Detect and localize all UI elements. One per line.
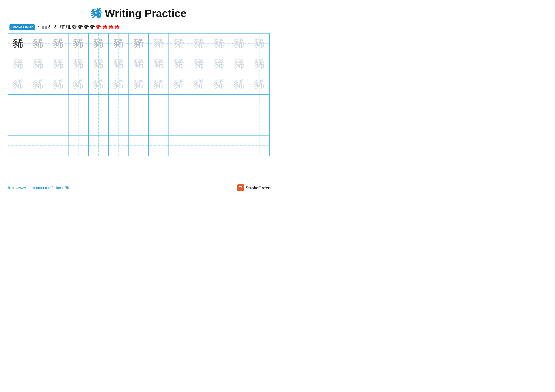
cell-char-1-6: 豨: [133, 58, 144, 69]
grid-cell-4-1[interactable]: [28, 115, 48, 135]
grid-cell-4-0[interactable]: [8, 115, 28, 135]
page-container: 豨 Writing Practice Stroke Order 丶 𠄌 𠄎 犭 …: [0, 0, 278, 196]
grid-cell-5-2[interactable]: [48, 135, 68, 156]
grid-cell-4-2[interactable]: [48, 115, 68, 135]
grid-cell-5-1[interactable]: [28, 135, 48, 156]
stroke-order-row: Stroke Order 丶 𠄌 𠄎 犭 犭 犻 犼 犽 猪 猪 猪 猪 豨 豨…: [8, 24, 270, 30]
grid-cell-1-9: 豨: [189, 54, 209, 74]
grid-cell-0-3: 豨: [68, 34, 89, 54]
grid-cell-1-4: 豨: [89, 54, 109, 74]
cell-char-2-6: 豨: [133, 79, 144, 90]
cell-char-1-4: 豨: [93, 58, 104, 69]
grid-cell-4-12[interactable]: [249, 115, 269, 135]
grid-cell-5-10[interactable]: [209, 135, 229, 156]
grid-cell-0-4: 豨: [89, 34, 109, 54]
grid-cell-4-10[interactable]: [209, 115, 229, 135]
grid-cell-2-5: 豨: [109, 74, 129, 94]
stroke-step-10: 猪: [84, 24, 89, 30]
grid-cell-3-12[interactable]: [249, 95, 269, 115]
grid-cell-1-6: 豨: [129, 54, 149, 74]
title-char: 豨: [91, 7, 102, 19]
grid-cell-3-11[interactable]: [229, 95, 249, 115]
grid-cell-0-7: 豨: [149, 34, 169, 54]
stroke-step-8: 犽: [72, 24, 77, 30]
grid-cell-2-2: 豨: [48, 74, 68, 94]
stroke-step-1: 丶: [36, 24, 41, 30]
grid-cell-5-11[interactable]: [229, 135, 249, 156]
cell-char-1-2: 豨: [53, 58, 64, 69]
grid-cell-2-0: 豨: [8, 74, 28, 94]
grid-cell-3-9[interactable]: [189, 95, 209, 115]
grid-cell-4-4[interactable]: [89, 115, 109, 135]
grid-cell-2-1: 豨: [28, 74, 48, 94]
grid-cell-5-6[interactable]: [129, 135, 149, 156]
grid-cell-5-4[interactable]: [89, 135, 109, 156]
cell-char-2-0: 豨: [13, 79, 23, 90]
grid-cell-0-5: 豨: [109, 34, 129, 54]
grid-cell-1-0: 豨: [8, 54, 28, 74]
grid-cell-0-8: 豨: [169, 34, 189, 54]
grid-cell-2-12: 豨: [249, 74, 269, 94]
stroke-steps: 丶 𠄌 𠄎 犭 犭 犻 犼 犽 猪 猪 猪 猪 豨 豨 豨: [36, 24, 119, 30]
grid-cell-1-1: 豨: [28, 54, 48, 74]
grid-cell-3-6[interactable]: [129, 95, 149, 115]
grid-cell-4-3[interactable]: [68, 115, 89, 135]
cell-char-1-11: 豨: [234, 58, 244, 69]
stroke-step-6: 犻: [60, 24, 65, 30]
grid-cell-3-10[interactable]: [209, 95, 229, 115]
title-text: Writing Practice: [105, 7, 186, 19]
cell-char-0-3: 豨: [73, 38, 84, 49]
grid-row-0: 豨豨豨豨豨豨豨豨豨豨豨豨豨: [8, 34, 269, 54]
grid-cell-3-8[interactable]: [169, 95, 189, 115]
grid-cell-4-5[interactable]: [109, 115, 129, 135]
grid-cell-2-3: 豨: [68, 74, 89, 94]
cell-char-0-0: 豨: [13, 38, 23, 49]
stroke-step-5: 犭: [54, 24, 59, 30]
grid-cell-5-0[interactable]: [8, 135, 28, 156]
grid-cell-4-8[interactable]: [169, 115, 189, 135]
stroke-step-14: 豨: [108, 24, 113, 30]
grid-cell-5-5[interactable]: [109, 135, 129, 156]
grid-cell-3-5[interactable]: [109, 95, 129, 115]
cell-char-1-10: 豨: [214, 58, 224, 69]
footer-logo-char: 字: [239, 185, 242, 190]
grid-cell-5-12[interactable]: [249, 135, 269, 156]
cell-char-1-8: 豨: [173, 58, 184, 69]
cell-char-2-12: 豨: [254, 79, 265, 90]
grid-cell-4-6[interactable]: [129, 115, 149, 135]
grid-cell-5-9[interactable]: [189, 135, 209, 156]
grid-cell-3-4[interactable]: [89, 95, 109, 115]
grid-cell-4-11[interactable]: [229, 115, 249, 135]
grid-cell-1-7: 豨: [149, 54, 169, 74]
footer-logo: 字 StrokeOrder: [237, 184, 270, 191]
grid-cell-0-12: 豨: [249, 34, 269, 54]
cell-char-2-10: 豨: [214, 79, 224, 90]
grid-row-4: [8, 115, 269, 135]
cell-char-2-11: 豨: [234, 79, 244, 90]
cell-char-1-5: 豨: [113, 58, 124, 69]
grid-cell-1-11: 豨: [229, 54, 249, 74]
cell-char-1-7: 豨: [153, 58, 164, 69]
cell-char-0-10: 豨: [214, 38, 224, 49]
cell-char-0-9: 豨: [193, 38, 204, 49]
grid-cell-4-9[interactable]: [189, 115, 209, 135]
cell-char-0-1: 豨: [33, 38, 44, 49]
grid-cell-5-7[interactable]: [149, 135, 169, 156]
grid-cell-3-3[interactable]: [68, 95, 89, 115]
grid-cell-3-7[interactable]: [149, 95, 169, 115]
grid-cell-3-0[interactable]: [8, 95, 28, 115]
cell-char-1-3: 豨: [73, 58, 84, 69]
footer-url: https://www.strokeorder.com/chinese/豨: [8, 185, 69, 190]
grid-cell-0-1: 豨: [28, 34, 48, 54]
grid-cell-5-3[interactable]: [68, 135, 89, 156]
stroke-step-9: 猪: [78, 24, 83, 30]
grid-row-2: 豨豨豨豨豨豨豨豨豨豨豨豨豨: [8, 74, 269, 95]
grid-cell-0-11: 豨: [229, 34, 249, 54]
grid-cell-1-3: 豨: [68, 54, 89, 74]
grid-cell-3-2[interactable]: [48, 95, 68, 115]
grid-cell-5-8[interactable]: [169, 135, 189, 156]
grid-cell-4-7[interactable]: [149, 115, 169, 135]
cell-char-1-9: 豨: [193, 58, 204, 69]
grid-cell-0-10: 豨: [209, 34, 229, 54]
grid-cell-3-1[interactable]: [28, 95, 48, 115]
